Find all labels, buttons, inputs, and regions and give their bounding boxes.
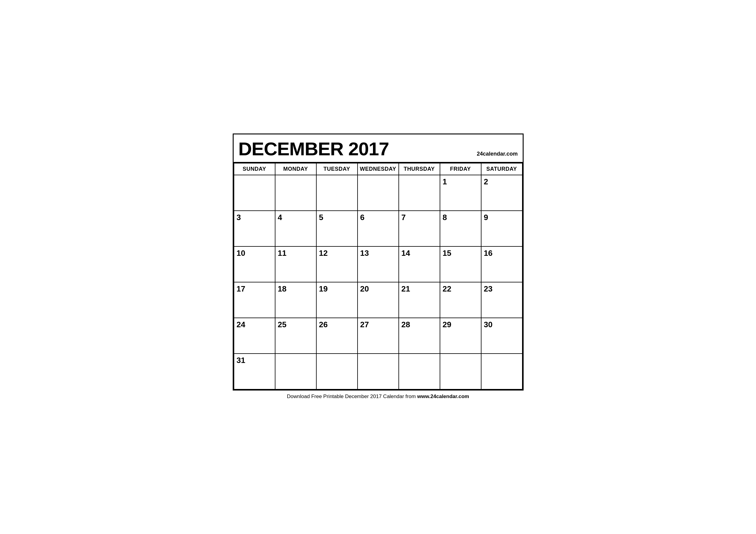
footer-prefix: Download Free Printable December 2017 Ca… (287, 394, 417, 399)
week-row-2: 3456789 (234, 211, 522, 246)
day-header-saturday: SATURDAY (481, 163, 522, 175)
calendar-day: 17 (234, 282, 275, 318)
calendar-day: 15 (440, 246, 481, 282)
calendar-day: 5 (316, 211, 358, 246)
week-row-3: 10111213141516 (234, 246, 522, 282)
calendar-day: 7 (399, 211, 440, 246)
calendar-grid: SUNDAYMONDAYTUESDAYWEDNESDAYTHURSDAYFRID… (234, 163, 523, 390)
calendar-day: 13 (358, 246, 399, 282)
day-header-wednesday: WEDNESDAY (358, 163, 399, 175)
calendar-day (358, 175, 399, 211)
footer-site: www.24calendar.com (417, 394, 469, 399)
week-row-4: 17181920212223 (234, 282, 522, 318)
calendar-day: 25 (275, 318, 316, 354)
calendar-day: 16 (481, 246, 522, 282)
calendar-day: 11 (275, 246, 316, 282)
calendar-day: 3 (234, 211, 275, 246)
day-header-friday: FRIDAY (440, 163, 481, 175)
calendar-site: 24calendar.com (477, 151, 518, 160)
calendar-header: DECEMBER 2017 24calendar.com (234, 135, 523, 163)
page-wrapper: DECEMBER 2017 24calendar.com SUNDAYMONDA… (230, 131, 526, 404)
calendar-day (440, 354, 481, 389)
calendar-day (481, 354, 522, 389)
calendar-day: 12 (316, 246, 358, 282)
calendar-day (234, 175, 275, 211)
calendar-day: 23 (481, 282, 522, 318)
day-header-monday: MONDAY (275, 163, 316, 175)
day-header-sunday: SUNDAY (234, 163, 275, 175)
calendar-day: 21 (399, 282, 440, 318)
day-header-thursday: THURSDAY (399, 163, 440, 175)
calendar-day: 27 (358, 318, 399, 354)
calendar-day: 6 (358, 211, 399, 246)
day-header-tuesday: TUESDAY (316, 163, 358, 175)
calendar-day (275, 175, 316, 211)
calendar-day: 19 (316, 282, 358, 318)
calendar-day: 9 (481, 211, 522, 246)
calendar-day (399, 354, 440, 389)
calendar-container: DECEMBER 2017 24calendar.com SUNDAYMONDA… (233, 134, 524, 391)
calendar-day (275, 354, 316, 389)
calendar-day: 29 (440, 318, 481, 354)
calendar-day: 10 (234, 246, 275, 282)
week-row-5: 24252627282930 (234, 318, 522, 354)
calendar-title: DECEMBER 2017 (238, 138, 389, 160)
calendar-day: 18 (275, 282, 316, 318)
week-row-1: 12 (234, 175, 522, 211)
calendar-day: 20 (358, 282, 399, 318)
calendar-day (316, 175, 358, 211)
calendar-day: 14 (399, 246, 440, 282)
days-header-row: SUNDAYMONDAYTUESDAYWEDNESDAYTHURSDAYFRID… (234, 163, 522, 175)
calendar-day: 24 (234, 318, 275, 354)
calendar-day (399, 175, 440, 211)
calendar-day: 1 (440, 175, 481, 211)
calendar-day: 8 (440, 211, 481, 246)
calendar-day: 31 (234, 354, 275, 389)
calendar-day: 4 (275, 211, 316, 246)
calendar-day: 30 (481, 318, 522, 354)
week-row-6: 31 (234, 354, 522, 389)
calendar-day (316, 354, 358, 389)
calendar-day: 26 (316, 318, 358, 354)
calendar-footer: Download Free Printable December 2017 Ca… (233, 391, 524, 401)
calendar-day (358, 354, 399, 389)
calendar-day: 2 (481, 175, 522, 211)
calendar-day: 28 (399, 318, 440, 354)
calendar-day: 22 (440, 282, 481, 318)
